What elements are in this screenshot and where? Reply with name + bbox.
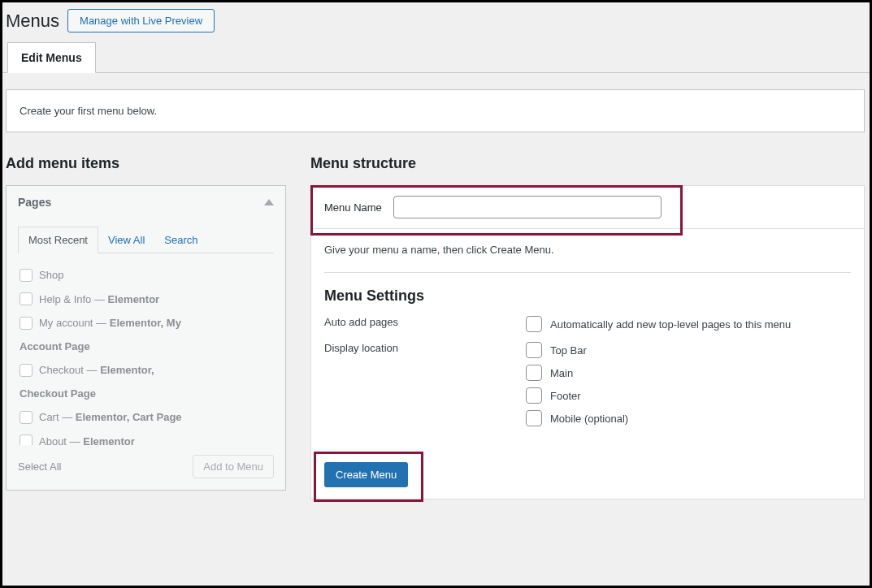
location-label: Top Bar (550, 344, 587, 357)
menu-name-label: Menu Name (324, 201, 382, 214)
pages-accordion-title: Pages (18, 196, 51, 209)
menu-settings-heading: Menu Settings (324, 288, 851, 305)
page-item[interactable]: Help & Info — Elementor (20, 288, 271, 312)
menu-structure-heading: Menu structure (310, 155, 865, 172)
add-to-menu-button[interactable]: Add to Menu (193, 455, 274, 478)
location-label: Footer (550, 390, 581, 402)
location-label: Main (550, 367, 573, 379)
inner-tab-search[interactable]: Search (154, 227, 207, 253)
menu-name-input[interactable] (393, 196, 662, 218)
helper-text: Give your menu a name, then click Create… (324, 244, 851, 256)
page-item-checkbox[interactable] (20, 292, 33, 305)
collapse-icon (264, 199, 274, 205)
auto-add-option-label: Automatically add new top-level pages to… (550, 318, 791, 331)
page-item-label: Cart — Elementor, Cart Page (39, 409, 182, 426)
page-item-checkbox[interactable] (20, 364, 33, 377)
page-item[interactable]: About — Elementor (20, 430, 271, 446)
location-checkbox[interactable] (526, 387, 542, 404)
create-menu-button[interactable]: Create Menu (324, 462, 408, 487)
divider (324, 272, 851, 273)
page-item[interactable]: Cart — Elementor, Cart Page (20, 405, 271, 430)
page-item-checkbox[interactable] (20, 435, 33, 445)
page-item-label: My account — Elementor, My (39, 315, 181, 331)
location-checkbox[interactable] (526, 342, 542, 358)
inner-tab-view-all[interactable]: View All (98, 227, 154, 253)
page-title: Menus (6, 11, 59, 32)
pages-list[interactable]: ShopHelp & Info — ElementorMy account — … (18, 258, 274, 445)
page-item-label: About — Elementor (39, 434, 135, 446)
auto-add-checkbox[interactable] (526, 316, 542, 332)
location-checkbox[interactable] (526, 365, 542, 381)
page-item-label: Help & Info — Elementor (39, 292, 159, 308)
tabs-row: Edit Menus (2, 42, 870, 73)
location-label: Mobile (optional) (550, 413, 628, 425)
add-menu-items-heading: Add menu items (6, 155, 286, 172)
notice-box: Create your first menu below. (6, 89, 865, 132)
page-item-checkbox[interactable] (20, 317, 33, 330)
pages-accordion-header[interactable]: Pages (7, 186, 285, 218)
page-item[interactable]: My account — Elementor, My (20, 311, 271, 335)
page-item[interactable]: Checkout — Elementor, (20, 358, 271, 383)
pages-accordion: Pages Most Recent View All Search ShopHe… (6, 185, 286, 491)
manage-live-preview-button[interactable]: Manage with Live Preview (67, 9, 215, 32)
page-item-label: Checkout — Elementor, (39, 362, 154, 378)
page-item-checkbox[interactable] (20, 269, 33, 282)
location-checkbox[interactable] (526, 410, 542, 426)
page-item-continuation: Account Page (20, 335, 271, 359)
display-location-label: Display location (324, 342, 526, 426)
auto-add-pages-label: Auto add pages (324, 316, 526, 332)
page-item[interactable]: Shop (20, 263, 271, 288)
inner-tab-most-recent[interactable]: Most Recent (18, 227, 98, 253)
page-item-checkbox[interactable] (20, 411, 33, 424)
select-all-link[interactable]: Select All (18, 460, 61, 473)
page-item-continuation: Checkout Page (20, 383, 271, 406)
page-item-label: Shop (39, 267, 63, 283)
tab-edit-menus[interactable]: Edit Menus (7, 42, 96, 73)
